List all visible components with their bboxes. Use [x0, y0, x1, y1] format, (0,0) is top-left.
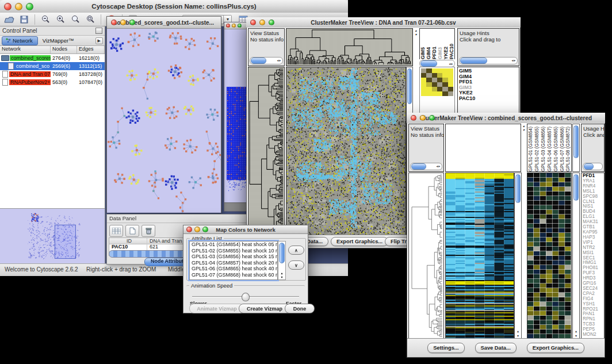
minimize-button[interactable] — [259, 20, 265, 25]
column-label[interactable]: PAC10 — [449, 44, 454, 59]
network-canvas[interactable] — [107, 29, 221, 213]
view-status-scrollbar[interactable] — [410, 163, 442, 170]
attribute-item[interactable]: GPL51-01 (GSM854) heat shock 05 min — [190, 242, 277, 248]
column-label[interactable]: GIM5 — [420, 47, 426, 59]
column-dendrogram[interactable] — [286, 28, 413, 66]
animate-vizmap-button[interactable]: Animate Vizmap — [189, 304, 244, 313]
birds-eye-view[interactable] — [0, 208, 105, 264]
close-button[interactable] — [411, 115, 416, 121]
row-dendrogram[interactable] — [408, 173, 444, 339]
condition-label[interactable]: GPL51-02 (GSM855) — [534, 127, 540, 171]
float-panel-icon[interactable] — [95, 28, 102, 34]
network-row-rnapuber[interactable]: RNAPuberNov2+ 563(0) 107847(0) — [0, 78, 105, 86]
save-session-button[interactable] — [17, 14, 31, 25]
close-button[interactable] — [111, 20, 117, 25]
close-button[interactable] — [226, 24, 230, 28]
condition-label[interactable]: GPL51-03 (GSM856) — [540, 127, 546, 171]
column-label[interactable]: PFD1 — [431, 47, 437, 59]
global-heatmap[interactable] — [286, 67, 406, 236]
maximize-button[interactable] — [238, 24, 242, 28]
network-row-dna-tran[interactable]: DNA and Tran 07 769(0) 183728(0) — [0, 70, 105, 78]
condition-scrollbar[interactable] — [572, 124, 580, 172]
zoom-v-scrollbar[interactable] — [572, 173, 580, 339]
delete-attribute-button[interactable] — [141, 225, 155, 237]
minimize-button[interactable] — [15, 3, 22, 10]
minimize-button[interactable] — [232, 24, 236, 28]
tab-vizmapper[interactable]: VizMapper™ — [39, 37, 79, 45]
create-vizmap-button[interactable]: Create Vizmap — [239, 304, 290, 313]
move-down-button[interactable]: ∨ — [288, 260, 304, 270]
minimize-button[interactable] — [120, 20, 126, 25]
export-graphics-button[interactable]: Export Graphics... — [527, 343, 584, 353]
tab-network[interactable]: Network — [2, 36, 38, 45]
matrix-cell — [432, 87, 437, 91]
maximize-button[interactable] — [269, 20, 274, 25]
column-scroll-arrows[interactable] — [521, 124, 526, 172]
network-row-combined-scores[interactable]: combined_scores 2764(0) 16218(0) — [0, 54, 105, 62]
column-label[interactable]: YKE2 — [443, 47, 449, 59]
minimize-button[interactable] — [420, 115, 426, 121]
attribute-item[interactable]: GPL51-06 (GSM865) heat shock 40 min — [190, 266, 277, 272]
global-heatmap[interactable] — [445, 173, 514, 339]
close-button[interactable] — [250, 20, 256, 25]
maximize-button[interactable] — [129, 20, 135, 25]
maximize-button[interactable] — [202, 227, 208, 232]
zoom-selected-button[interactable] — [83, 14, 97, 25]
column-scroll-arrows[interactable] — [414, 28, 418, 66]
save-data-button[interactable]: Save Data... — [475, 343, 517, 353]
close-button[interactable] — [4, 3, 12, 10]
dense-network-canvas[interactable] — [224, 29, 249, 204]
attribute-item[interactable]: GPL51-03 (GSM856) heat shock 15 min — [190, 254, 277, 260]
zoom-heatmap[interactable] — [527, 173, 572, 339]
matrix-cell — [437, 87, 442, 91]
network-row-selected[interactable]: combined_sco 2569(6) 13112(15) — [0, 62, 105, 70]
minimize-button[interactable] — [194, 227, 200, 232]
speed-slider-thumb[interactable] — [242, 293, 250, 301]
matrix-cell — [432, 78, 437, 82]
heatmap-v-scrollbar[interactable] — [514, 173, 522, 339]
done-button[interactable]: Done — [285, 304, 315, 313]
condition-label[interactable]: GPL51-08 (GSM872) — [565, 127, 571, 171]
matrix-cell — [448, 78, 453, 82]
treeview2-titlebar[interactable]: ClusterMaker TreeView : combined_scores_… — [407, 113, 605, 124]
column-dendrogram[interactable] — [445, 124, 521, 172]
attribute-item[interactable]: GPL51-04 (GSM857) heat shock 20 min — [190, 260, 277, 266]
network-window-titlebar[interactable]: combined_scores_good.txt--cluste... — [107, 17, 221, 29]
column-label[interactable]: GIM3 — [437, 47, 443, 59]
condition-label[interactable]: GPL51-06 (GSM865) — [553, 127, 559, 171]
condition-label[interactable]: GPL51-04 (GSM857) — [546, 127, 552, 171]
dense-window-titlebar[interactable] — [224, 22, 249, 29]
maximize-button[interactable] — [429, 115, 435, 121]
dialog-titlebar[interactable]: Map Colors to Network — [183, 225, 308, 234]
close-button[interactable] — [186, 227, 192, 232]
settings-button[interactable]: Settings... — [427, 343, 464, 353]
zoom-fit-button[interactable] — [68, 14, 82, 25]
row-dendrogram[interactable] — [248, 67, 285, 236]
attribute-item[interactable]: GPL51-07 (GSM868) heat shock 60 min — [190, 272, 277, 278]
condition-label[interactable]: GPL51-01 (GSM854) — [527, 127, 533, 171]
usage-hints-scrollbar[interactable] — [583, 163, 603, 170]
open-session-button[interactable] — [2, 14, 16, 25]
condition-label[interactable]: GPL51-07 (GSM868) — [559, 127, 565, 171]
attribute-item[interactable]: GPL51-02 (GSM855) heat shock 10 min — [190, 248, 277, 254]
attribute-select-button[interactable] — [109, 225, 123, 237]
treeview1-titlebar[interactable]: ClusterMaker TreeView : DNA and Tran 07-… — [246, 17, 521, 28]
maximize-button[interactable] — [26, 3, 33, 10]
gene-label[interactable]: PAC10 — [458, 96, 519, 102]
export-graphics-button[interactable]: Export Graphics... — [331, 237, 388, 246]
gene-label[interactable]: MON2 — [582, 332, 604, 338]
main-titlebar[interactable]: Cytoscape Desktop (Session Name: collins… — [0, 0, 348, 13]
move-up-button[interactable]: ∧ — [288, 246, 304, 255]
zoom-in-button[interactable] — [53, 14, 67, 25]
matrix-cell — [426, 82, 431, 87]
treeview1-title: ClusterMaker TreeView : DNA and Tran 07-… — [246, 20, 521, 26]
matrix-cell — [421, 82, 426, 87]
attribute-list-scrollbar[interactable] — [278, 241, 286, 280]
similarity-matrix[interactable] — [421, 68, 453, 96]
column-label[interactable]: GIM4 — [426, 47, 431, 59]
zoom-out-button[interactable] — [39, 14, 52, 25]
create-attribute-button[interactable] — [125, 225, 139, 237]
view-status-scrollbar[interactable] — [250, 57, 283, 64]
usage-hints-scrollbar[interactable] — [459, 57, 518, 64]
tab-overflow-arrow[interactable]: ▶ — [95, 37, 103, 44]
